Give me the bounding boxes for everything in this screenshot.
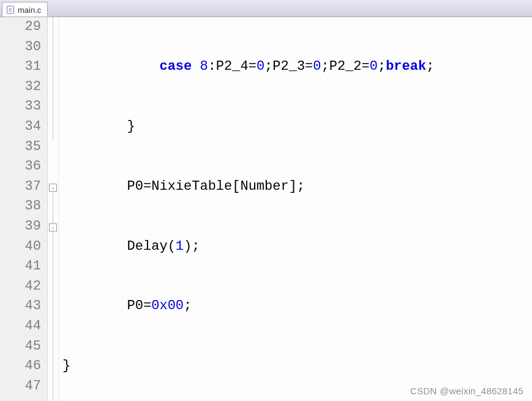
fold-marker-icon[interactable]: - (49, 223, 57, 231)
code-line: Delay(1); (59, 237, 532, 257)
line-number: 40 (0, 237, 41, 257)
tab-bar: c main.c (0, 0, 532, 17)
line-number: 38 (0, 197, 41, 217)
line-number: 42 (0, 277, 41, 297)
line-number: 45 (0, 337, 41, 357)
c-file-icon: c (6, 6, 15, 14)
code-line: case 8:P2_4=0;P2_3=0;P2_2=0;break; (59, 57, 532, 77)
code-line: } (59, 117, 532, 137)
line-number: 29 (0, 17, 41, 37)
line-number: 36 (0, 157, 41, 177)
line-number: 47 (0, 377, 41, 397)
line-number: 30 (0, 37, 41, 58)
line-number: 37 (0, 177, 41, 197)
line-number: 43 (0, 296, 41, 317)
line-number-gutter: 29303132333435363738394041424344454647 (0, 17, 48, 401)
code-area[interactable]: case 8:P2_4=0;P2_3=0;P2_2=0;break; } P0=… (59, 17, 532, 401)
code-line: P0=0x00; (59, 296, 532, 317)
line-number: 35 (0, 137, 41, 157)
line-number: 41 (0, 257, 41, 277)
line-number: 31 (0, 57, 41, 77)
line-number: 46 (0, 356, 41, 377)
code-editor[interactable]: 29303132333435363738394041424344454647 -… (0, 17, 532, 401)
line-number: 33 (0, 97, 41, 117)
line-number: 44 (0, 317, 41, 337)
code-line: P0=NixieTable[Number]; (59, 177, 532, 197)
line-number: 39 (0, 217, 41, 237)
tab-main-c[interactable]: c main.c (2, 2, 48, 17)
line-number: 32 (0, 77, 41, 97)
code-line: } (59, 356, 532, 377)
fold-marker-icon[interactable]: - (49, 184, 57, 192)
watermark: CSDN @weixin_48628145 (410, 386, 523, 396)
line-number: 34 (0, 117, 41, 137)
fold-column: - - (48, 17, 59, 401)
svg-text:c: c (9, 7, 12, 13)
tab-label: main.c (18, 6, 41, 15)
